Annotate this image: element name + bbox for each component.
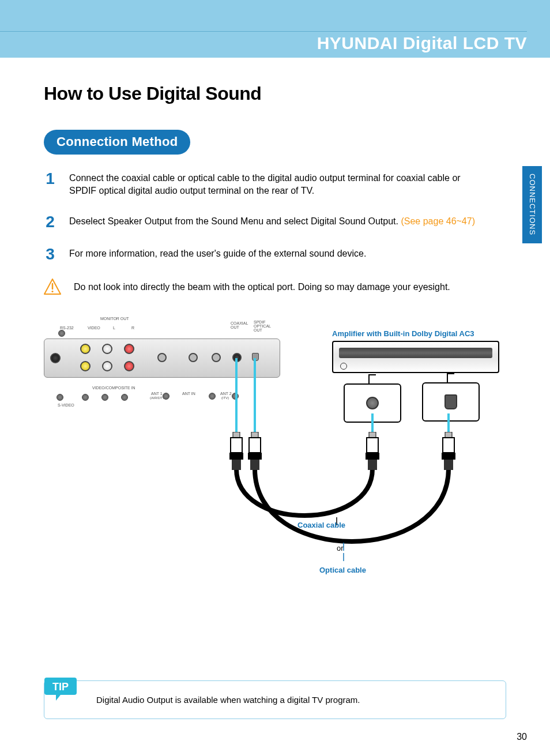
step-1: 1 Connect the coaxial cable or optical c… bbox=[44, 171, 506, 198]
step-text-main: Deselect Speaker Output from the Sound M… bbox=[69, 216, 398, 226]
optical-cable-label: Optical cable bbox=[319, 566, 366, 574]
jack-coax-out bbox=[232, 353, 242, 362]
header-rule bbox=[0, 31, 527, 32]
jack-video-out-y bbox=[80, 344, 91, 354]
jack-black bbox=[50, 353, 61, 363]
jack-audio-l-w bbox=[102, 344, 112, 354]
jack-small bbox=[121, 394, 128, 401]
svg-rect-21 bbox=[368, 460, 377, 470]
label-ant2: ANT 2 bbox=[220, 392, 232, 396]
optical-plug-tv bbox=[247, 432, 262, 470]
warning-icon bbox=[44, 279, 61, 295]
jack-video-in-y bbox=[80, 361, 91, 371]
label-r: R bbox=[131, 326, 134, 330]
amplifier-port-boxes bbox=[344, 382, 480, 423]
svg-rect-14 bbox=[251, 432, 258, 438]
svg-rect-13 bbox=[232, 460, 241, 470]
jack-svideo bbox=[56, 394, 63, 401]
svg-rect-17 bbox=[250, 460, 259, 470]
jack-small bbox=[101, 394, 108, 401]
side-tab-label: CONNECTIONS bbox=[528, 174, 537, 235]
product-line-title: HYUNDAI Digital LCD TV bbox=[317, 33, 527, 53]
step-2: 2 Deselect Speaker Output from the Sound… bbox=[44, 214, 506, 230]
section-side-tab: CONNECTIONS bbox=[522, 166, 542, 243]
tip-box: TIP Digital Audio Output is available wh… bbox=[44, 680, 506, 719]
step-number: 3 bbox=[44, 246, 56, 262]
svg-rect-23 bbox=[443, 438, 454, 453]
warning-row: Do not look into directly the beam with … bbox=[44, 279, 506, 295]
svg-rect-10 bbox=[233, 432, 240, 438]
label-vc-in: VIDEO/COMPOSITE IN bbox=[92, 386, 135, 390]
header-bar: HYUNDAI Digital LCD TV bbox=[0, 0, 550, 58]
jack-audio-l-w2 bbox=[102, 361, 112, 371]
ant-connector bbox=[157, 353, 167, 362]
jack-small bbox=[82, 394, 89, 401]
amp-optical-port-box bbox=[422, 382, 480, 422]
label-svideo: S-VIDEO bbox=[58, 403, 74, 407]
jack-audio-r-r bbox=[124, 344, 134, 354]
svg-rect-25 bbox=[444, 460, 453, 470]
label-coax-out: COAXIAL OUT bbox=[231, 321, 248, 329]
amplifier-body bbox=[332, 341, 499, 373]
coax-plug-amp bbox=[364, 432, 379, 470]
tv-back-panel bbox=[44, 338, 280, 378]
section-pill: Connection Method bbox=[44, 130, 190, 155]
amp-coax-port bbox=[366, 397, 379, 409]
svg-rect-19 bbox=[367, 438, 378, 453]
svg-rect-24 bbox=[442, 453, 455, 460]
tip-badge-text: TIP bbox=[52, 681, 69, 693]
ant-connector bbox=[212, 353, 221, 362]
svg-point-2 bbox=[51, 291, 53, 292]
label-rs232: RS-232 bbox=[60, 326, 74, 330]
jack-ant1 bbox=[163, 393, 169, 400]
page-reference: (See page 46~47) bbox=[398, 216, 475, 226]
svg-rect-20 bbox=[366, 453, 379, 460]
svg-rect-11 bbox=[231, 438, 242, 453]
label-ant2-sub: (ITV) bbox=[221, 396, 229, 400]
page-title: How to Use Digital Sound bbox=[44, 83, 506, 104]
ant-connector bbox=[189, 353, 198, 362]
tip-section: TIP Digital Audio Output is available wh… bbox=[44, 680, 506, 719]
step-number: 2 bbox=[44, 214, 56, 230]
jack-audio-r-r2 bbox=[124, 361, 134, 371]
tip-badge: TIP bbox=[43, 676, 80, 702]
coax-cable-label: Coaxial cable bbox=[297, 521, 345, 529]
jack-ant2b bbox=[232, 393, 239, 400]
label-ant-in: ANT IN bbox=[182, 392, 195, 396]
page-number: 30 bbox=[517, 732, 527, 742]
port-spdif-optical bbox=[252, 353, 259, 361]
or-label: or bbox=[337, 544, 344, 552]
svg-rect-12 bbox=[229, 453, 243, 460]
warning-text: Do not look into directly the beam with … bbox=[74, 281, 450, 292]
svg-rect-15 bbox=[249, 438, 261, 453]
connection-diagram: RS-232 MONITOR OUT VIDEO L R COAXIAL OUT… bbox=[44, 312, 505, 600]
svg-rect-22 bbox=[445, 432, 452, 438]
label-monitor-out: MONITOR OUT bbox=[100, 317, 129, 321]
jack-rs232 bbox=[58, 330, 65, 337]
label-spdif: SPDIF OPTICAL OUT bbox=[254, 320, 271, 332]
label-l: L bbox=[113, 326, 115, 330]
svg-rect-16 bbox=[248, 453, 262, 460]
label-video: VIDEO bbox=[88, 326, 100, 330]
optical-plug-amp bbox=[440, 432, 455, 470]
amplifier-label: Amplifier with Built-in Dolby Digital AC… bbox=[332, 329, 474, 338]
tip-text: Digital Audio Output is available when w… bbox=[96, 695, 492, 705]
callout-icon bbox=[368, 374, 376, 385]
step-text: For more information, read the user's gu… bbox=[69, 246, 366, 260]
amp-optical-port bbox=[444, 394, 457, 409]
coax-plug-tv bbox=[228, 432, 243, 470]
step-number: 1 bbox=[44, 171, 56, 187]
callout-icon bbox=[447, 373, 455, 383]
svg-rect-18 bbox=[369, 432, 376, 438]
amp-coax-port-box bbox=[344, 383, 401, 423]
step-text: Deselect Speaker Output from the Sound M… bbox=[69, 214, 475, 228]
label-ant1: ANT 1 bbox=[151, 392, 163, 396]
step-text: Connect the coaxial cable or optical cab… bbox=[69, 171, 484, 198]
step-3: 3 For more information, read the user's … bbox=[44, 246, 506, 262]
jack-ant2 bbox=[209, 393, 216, 400]
